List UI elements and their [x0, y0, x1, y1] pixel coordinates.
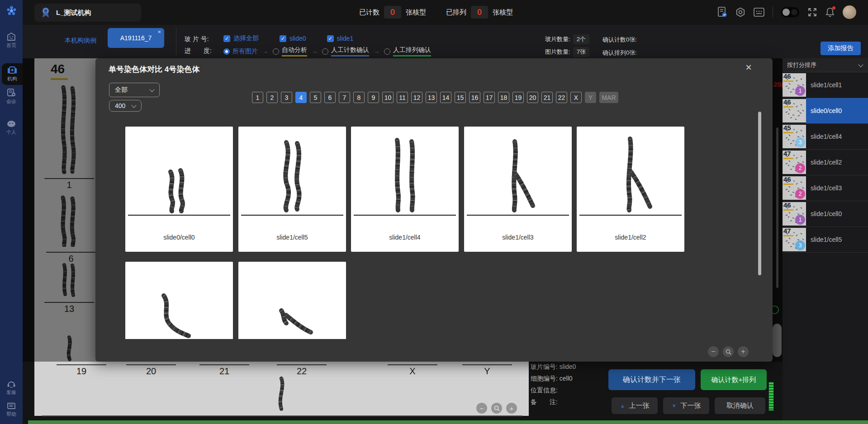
progress-step-label: 所有图片	[232, 47, 258, 56]
notification-bell-icon[interactable]	[825, 7, 835, 17]
settings-gear-icon[interactable]	[735, 7, 745, 17]
chromosome-button-13[interactable]: 13	[426, 92, 437, 103]
fullscreen-icon[interactable]	[807, 7, 817, 17]
chromosome-button-16[interactable]: 16	[469, 92, 480, 103]
close-tab-icon[interactable]: ×	[157, 28, 161, 35]
cell-list-item[interactable]: 45 3 slide1/cell4	[783, 124, 868, 150]
comparison-card[interactable]: slide1/cell5	[238, 127, 346, 252]
slide-checkbox-slide0[interactable]: ✓ slide0	[280, 34, 306, 42]
tab-case-a191116-7[interactable]: A191116_7 ×	[108, 28, 164, 48]
zoom-in-icon[interactable]: +	[738, 346, 749, 357]
chromosome-button-15[interactable]: 15	[455, 92, 466, 103]
slide-checkbox-slide1[interactable]: ✓ slide1	[327, 34, 354, 42]
comparison-card[interactable]: slide1/cell3	[464, 127, 572, 252]
avatar[interactable]	[843, 5, 856, 19]
chromosome-button-21[interactable]: 21	[541, 92, 553, 103]
report-icon[interactable]	[717, 7, 727, 18]
comparison-card[interactable]: slide0/cell0	[125, 127, 233, 252]
chromosome-button-22[interactable]: 22	[556, 92, 567, 103]
close-icon[interactable]: ×	[745, 61, 752, 74]
chromosome-button-2[interactable]: 2	[266, 92, 278, 103]
zoom-out-icon[interactable]: −	[708, 346, 719, 357]
app-logo[interactable]	[0, 0, 23, 28]
organization-pill[interactable]: L_测试机构	[34, 4, 141, 22]
radio-icon[interactable]	[223, 48, 230, 55]
cell-list-item[interactable]: 46 1 slide1/cell1	[783, 72, 868, 98]
chromosome-button-19[interactable]: 19	[512, 92, 524, 103]
previous-button[interactable]: ▲ 上一张	[612, 397, 658, 414]
band-filter-dropdown[interactable]: 400	[109, 100, 142, 112]
tab-local-cases[interactable]: 本机构病例	[65, 37, 96, 45]
checkbox-checked-icon[interactable]: ✓	[223, 35, 230, 42]
cluster-badge: 2	[795, 189, 805, 199]
canvas-zoom-controls: − +	[476, 403, 517, 414]
cell-list-item[interactable]: 47 3 slide1/cell5	[783, 227, 868, 253]
theme-toggle[interactable]	[781, 7, 799, 17]
report-card-icon[interactable]	[754, 8, 764, 17]
radio-icon[interactable]	[322, 48, 328, 55]
progress-step-4[interactable]: 人工排列确认	[384, 46, 431, 57]
next-button[interactable]: ▼ 下一张	[663, 397, 709, 414]
cell-list-item[interactable]: 46 1 slide1/cell0	[783, 201, 868, 227]
comparison-card[interactable]: slide1/cell2	[577, 127, 684, 252]
chromosome-button-18[interactable]: 18	[498, 92, 509, 103]
magnifier-icon[interactable]	[723, 346, 734, 357]
nav-item-help[interactable]: 帮助	[0, 402, 23, 418]
modal-zoom-controls: − +	[708, 346, 749, 357]
chromosome-button-11[interactable]: 11	[397, 92, 408, 103]
zoom-in-icon[interactable]: +	[506, 403, 517, 414]
comparison-card-partial[interactable]	[238, 262, 346, 339]
radio-icon[interactable]	[384, 48, 390, 55]
nav-item-home[interactable]: 首页	[0, 33, 23, 49]
cancel-confirm-button[interactable]: 取消确认	[715, 397, 765, 414]
cluster-badge: 1	[795, 86, 805, 96]
chromosome-button-12[interactable]: 12	[411, 92, 422, 103]
chromosome-button-17[interactable]: 17	[484, 92, 495, 103]
checkbox-checked-icon[interactable]: ✓	[327, 35, 334, 42]
cell-label: slide1/cell1	[806, 72, 868, 98]
cell-list-item[interactable]: 46 slide0/cell0	[783, 98, 868, 124]
nav-item-org[interactable]: 机构	[2, 63, 23, 85]
cell-list-item[interactable]: 46 2 slide1/cell3	[783, 175, 868, 201]
chromosome-button-7[interactable]: 7	[339, 92, 350, 103]
nav-item-consult[interactable]: 会诊	[0, 89, 23, 105]
chromosome-button-10[interactable]: 10	[382, 92, 394, 103]
nav-item-profile[interactable]: 个人	[0, 120, 23, 136]
chromosome-button-6[interactable]: 6	[324, 92, 336, 103]
chromosome-thumb[interactable]	[274, 375, 289, 412]
row-baseline	[126, 364, 176, 365]
progress-step-3[interactable]: 人工计数确认	[322, 46, 369, 57]
progress-step-2[interactable]: 自动分析	[273, 46, 307, 57]
modal-scrollbar[interactable]	[758, 112, 761, 275]
radio-icon[interactable]	[273, 48, 279, 55]
cell-label: slide1/cell4	[806, 124, 868, 149]
chromosome-button-X[interactable]: X	[570, 92, 582, 103]
chromosome-button-1[interactable]: 1	[252, 92, 263, 103]
sort-by-score-dropdown[interactable]: 按打分排序	[783, 58, 868, 72]
comparison-card[interactable]: slide1/cell4	[351, 127, 459, 252]
group-filter-dropdown[interactable]: 全部	[109, 83, 160, 97]
score-underline	[783, 106, 793, 108]
add-report-button[interactable]: 添加报告	[821, 42, 861, 55]
slide-row-label: 玻 片 号:	[185, 35, 209, 43]
cell-list-item[interactable]: 47 2 slide1/cell2	[783, 150, 868, 175]
chromosome-button-8[interactable]: 8	[353, 92, 365, 103]
chromosome-button-5[interactable]: 5	[310, 92, 321, 103]
chromosome-button-20[interactable]: 20	[527, 92, 538, 103]
chromosome-button-14[interactable]: 14	[440, 92, 451, 103]
slide-checkbox-选择全部[interactable]: ✓ 选择全部	[223, 34, 259, 42]
card-label: slide1/cell4	[351, 234, 459, 241]
chromosome-button-9[interactable]: 9	[368, 92, 379, 103]
chromosome-button-4[interactable]: 4	[295, 92, 307, 103]
toggle-knob	[783, 9, 790, 16]
progress-step-1[interactable]: 所有图片	[223, 47, 258, 56]
confirm-count-arrange-button[interactable]: 确认计数+排列	[701, 369, 767, 390]
magnifier-icon[interactable]	[491, 403, 502, 414]
zoom-out-icon[interactable]: −	[476, 403, 487, 414]
checkbox-checked-icon[interactable]: ✓	[280, 35, 286, 42]
confirm-count-next-button[interactable]: 确认计数并下一张	[608, 369, 695, 390]
divider	[773, 7, 773, 18]
comparison-card-partial[interactable]	[125, 262, 233, 339]
nav-item-support[interactable]: 客服	[0, 381, 23, 396]
chromosome-button-3[interactable]: 3	[281, 92, 292, 103]
